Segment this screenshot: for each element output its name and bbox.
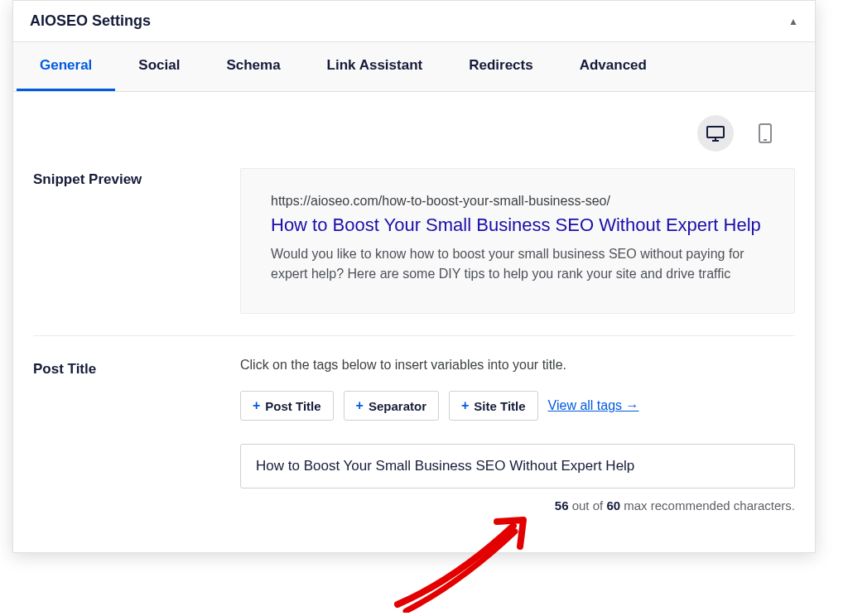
post-title-help: Click on the tags below to insert variab… <box>240 358 795 373</box>
desktop-preview-button[interactable] <box>697 115 734 152</box>
snippet-title: How to Boost Your Small Business SEO Wit… <box>271 214 764 238</box>
tab-redirects[interactable]: Redirects <box>446 42 556 91</box>
tag-site-title-button[interactable]: + Site Title <box>449 391 538 421</box>
mobile-icon <box>759 123 772 143</box>
snippet-preview-box: https://aioseo.com/how-to-boost-your-sma… <box>240 168 795 314</box>
panel-title: AIOSEO Settings <box>30 12 151 30</box>
character-counter: 56 out of 60 max recommended characters. <box>240 498 795 513</box>
collapse-icon[interactable]: ▲ <box>788 16 798 27</box>
divider <box>33 335 795 336</box>
tag-label: Post Title <box>265 399 320 413</box>
tab-general[interactable]: General <box>17 42 115 91</box>
mobile-preview-button[interactable] <box>747 115 783 152</box>
tag-label: Site Title <box>474 399 525 413</box>
tab-advanced[interactable]: Advanced <box>556 42 670 91</box>
plus-icon: + <box>461 398 469 413</box>
post-title-input[interactable] <box>240 444 795 488</box>
tab-link-assistant[interactable]: Link Assistant <box>304 42 446 91</box>
plus-icon: + <box>356 398 364 413</box>
snippet-url: https://aioseo.com/how-to-boost-your-sma… <box>271 194 764 209</box>
snippet-description: Would you like to know how to boost your… <box>271 244 764 286</box>
tab-social[interactable]: Social <box>115 42 203 91</box>
tag-post-title-button[interactable]: + Post Title <box>240 391 334 421</box>
snippet-preview-label: Snippet Preview <box>33 168 240 188</box>
desktop-icon <box>706 123 725 143</box>
tag-separator-button[interactable]: + Separator <box>344 391 439 421</box>
tag-label: Separator <box>369 399 426 413</box>
tab-schema[interactable]: Schema <box>203 42 303 91</box>
svg-rect-0 <box>707 127 724 137</box>
post-title-label: Post Title <box>33 358 240 378</box>
tabs-bar: General Social Schema Link Assistant Red… <box>13 42 815 92</box>
device-toggle <box>33 115 795 152</box>
view-all-tags-link[interactable]: View all tags → <box>548 398 639 413</box>
plus-icon: + <box>253 398 260 413</box>
char-current: 56 <box>555 498 569 513</box>
char-max: 60 <box>606 498 620 513</box>
panel-header: AIOSEO Settings ▲ <box>13 1 815 42</box>
